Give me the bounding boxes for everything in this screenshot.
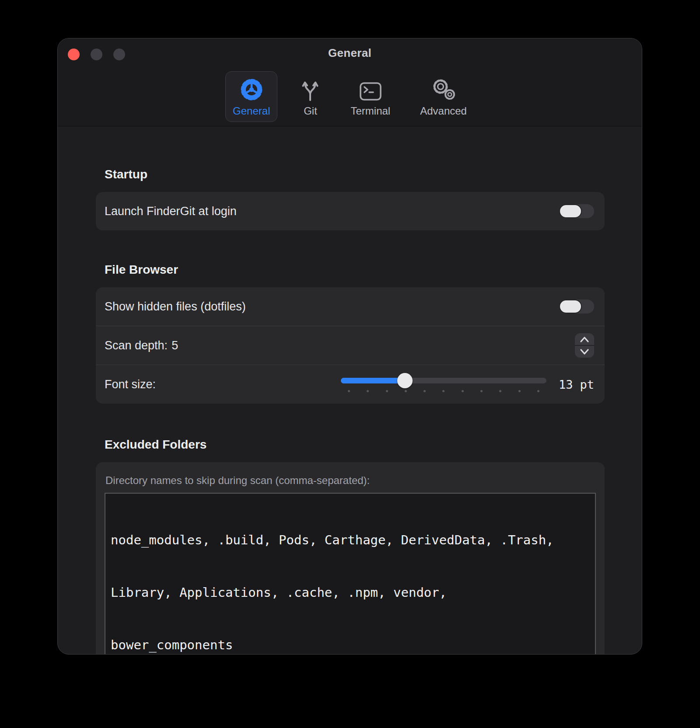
launch-at-login-row: Launch FinderGit at login <box>96 192 605 230</box>
scan-depth-stepper <box>575 333 594 358</box>
file-browser-card: Show hidden files (dotfiles) Scan depth:… <box>96 287 605 404</box>
slider-ticks <box>348 390 539 392</box>
tab-general-label: General <box>233 105 270 117</box>
toolbar: General Git <box>58 67 642 126</box>
zoom-button[interactable] <box>113 49 125 60</box>
tab-advanced[interactable]: Advanced <box>413 71 474 122</box>
excluded-folders-card: Directory names to skip during scan (com… <box>96 462 605 655</box>
textarea-line: Library, Applications, .cache, .npm, ven… <box>111 584 590 601</box>
slider-knob[interactable] <box>397 373 413 388</box>
excluded-folders-heading: Excluded Folders <box>105 404 605 452</box>
toggle-knob <box>559 204 582 218</box>
window-title: General <box>328 46 371 60</box>
startup-card: Launch FinderGit at login <box>96 192 605 230</box>
launch-at-login-label: Launch FinderGit at login <box>105 205 237 218</box>
minimize-button[interactable] <box>91 49 102 60</box>
tab-general[interactable]: General <box>225 71 277 122</box>
scan-depth-row: Scan depth:5 <box>96 326 605 365</box>
tab-git[interactable]: Git <box>292 71 328 122</box>
stepper-increment-button[interactable] <box>575 333 594 345</box>
font-size-slider[interactable] <box>341 374 546 394</box>
gears-icon <box>430 77 457 101</box>
window-header: General General <box>58 38 642 126</box>
font-size-label: Font size: <box>105 378 156 391</box>
chevron-up-icon <box>578 335 591 343</box>
file-browser-heading: File Browser <box>105 230 605 277</box>
gear-icon <box>240 77 263 101</box>
chevron-down-icon <box>578 348 591 356</box>
hidden-files-toggle[interactable] <box>559 300 594 313</box>
settings-content: Startup Launch FinderGit at login File B… <box>58 126 642 655</box>
traffic-lights <box>68 49 125 60</box>
stepper-decrement-button[interactable] <box>575 345 594 358</box>
tab-advanced-label: Advanced <box>420 105 467 117</box>
hidden-files-row: Show hidden files (dotfiles) <box>96 287 605 326</box>
font-size-value: 13pt <box>559 378 594 391</box>
scan-depth-value: 5 <box>172 339 178 352</box>
textarea-line: node_modules, .build, Pods, Carthage, De… <box>111 531 590 549</box>
startup-heading: Startup <box>105 126 605 181</box>
toggle-knob <box>559 300 582 313</box>
excluded-folders-textarea[interactable]: node_modules, .build, Pods, Carthage, De… <box>105 493 596 655</box>
textarea-line: bower_components <box>111 636 590 654</box>
scan-depth-label: Scan depth:5 <box>105 339 178 352</box>
git-branch-icon <box>300 77 321 101</box>
tab-terminal-label: Terminal <box>350 105 390 117</box>
slider-fill <box>341 378 405 383</box>
close-button[interactable] <box>68 49 80 60</box>
tab-git-label: Git <box>304 105 317 117</box>
launch-at-login-toggle[interactable] <box>559 204 594 218</box>
excluded-folders-field-label: Directory names to skip during scan (com… <box>105 474 596 487</box>
titlebar[interactable]: General <box>58 38 642 67</box>
font-size-row: Font size: 13pt <box>96 365 605 404</box>
terminal-icon <box>358 77 383 101</box>
tab-terminal[interactable]: Terminal <box>343 71 398 122</box>
hidden-files-label: Show hidden files (dotfiles) <box>105 300 246 313</box>
preferences-window: General General <box>57 38 642 655</box>
